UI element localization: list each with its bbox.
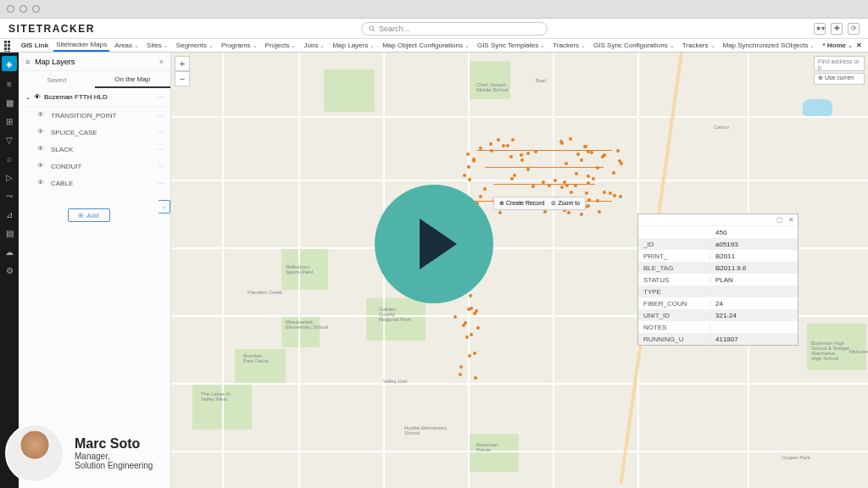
add-layer-button[interactable]: ⊕ Add: [68, 208, 110, 222]
layer-cable[interactable]: 👁CABLE⋯: [19, 175, 170, 191]
nav-home[interactable]: * Home⌄✕: [820, 39, 865, 52]
more-icon[interactable]: ⋯: [157, 112, 164, 119]
settings-icon[interactable]: ⚙: [3, 264, 15, 276]
nav-map-sync-sobjects[interactable]: Map Synchronized SObjects⌄: [721, 39, 818, 52]
map-label: Bozeman HighSchool & BridgerAlternativeH…: [811, 341, 849, 361]
nav-map-obj-config[interactable]: Map Object Configurations⌄: [380, 39, 472, 52]
list-icon[interactable]: ≡: [3, 78, 15, 90]
find-address-input[interactable]: Find address or p: [814, 56, 865, 71]
more-icon[interactable]: ⋯: [157, 146, 164, 153]
create-record-button[interactable]: ⊕ Create Record: [499, 200, 544, 207]
filter-icon[interactable]: ▽: [3, 134, 15, 146]
nav-sitetracker-maps[interactable]: Sitetracker Maps: [53, 39, 109, 52]
data-icon[interactable]: ▤: [3, 227, 15, 239]
info-row: NOTES: [638, 321, 798, 333]
app-launcher-icon[interactable]: [3, 41, 13, 51]
layer-splice-case[interactable]: 👁SPLICE_CASE⋯: [19, 124, 170, 141]
expand-icon[interactable]: ⌄: [25, 94, 31, 101]
panel-expand-icon[interactable]: ▢: [776, 216, 783, 224]
min-dot-icon[interactable]: [19, 5, 27, 13]
map-canvas[interactable]: // place fiber nodes cluster (function()…: [171, 53, 868, 488]
info-key: UNIT_ID: [638, 312, 710, 319]
layers-tool-icon[interactable]: ◈: [2, 56, 17, 71]
plus-icon[interactable]: ✚: [831, 23, 843, 35]
global-search-input[interactable]: Search...: [361, 22, 548, 36]
nav-gis-sync-config[interactable]: GIS Sync Configurations⌄: [591, 39, 677, 52]
info-row: 450: [638, 226, 798, 238]
more-icon[interactable]: ⋯: [157, 93, 164, 101]
info-value: PLAN: [710, 276, 733, 284]
info-row: PRINT_B2011: [638, 250, 798, 262]
window-titlebar: [0, 0, 868, 19]
nav-segments[interactable]: Segments⌄: [174, 39, 216, 52]
zoom-to-button[interactable]: ⊙ Zoom to: [551, 200, 580, 207]
map-label: Midtown: [849, 349, 868, 354]
nav-projects[interactable]: Projects⌄: [263, 39, 299, 52]
map-label: WalkaboutSports Field: [286, 264, 313, 274]
history-icon[interactable]: ⟳: [848, 23, 860, 35]
layer-conduit[interactable]: 👁CONDUIT⋯: [19, 158, 170, 175]
max-dot-icon[interactable]: [32, 5, 40, 13]
more-icon[interactable]: ⋯: [157, 129, 164, 136]
map-label: Hyalite ElementarySchool: [404, 425, 447, 435]
more-icon[interactable]: ⋯: [157, 180, 164, 187]
map-label: Catron: [714, 125, 729, 130]
info-value: B2011.9.6: [710, 264, 746, 272]
tab-on-map[interactable]: On the Map: [95, 71, 171, 88]
nav-gis-sync-templates[interactable]: GIS Sync Templates⌄: [475, 39, 548, 52]
zoom-out-button[interactable]: −: [175, 71, 190, 86]
layer-group[interactable]: ⌄ 👁 Bozeman FTTH HLD ⋯: [19, 88, 170, 107]
info-row: FIBER_COUN24: [638, 297, 798, 309]
info-key: BLE_TAG: [638, 264, 710, 272]
map-label: Cooper Park: [782, 455, 810, 460]
cloud-icon[interactable]: ☁: [3, 246, 15, 258]
table-icon[interactable]: ⊞: [3, 115, 15, 127]
panel-close-icon[interactable]: ✕: [788, 216, 794, 224]
info-key: TYPE: [638, 288, 710, 296]
panel-close-icon[interactable]: ×: [159, 58, 164, 66]
nav-areas[interactable]: Areas⌄: [112, 39, 142, 52]
layer-slack[interactable]: 👁SLACK⋯: [19, 141, 170, 158]
eye-icon[interactable]: 👁: [37, 111, 46, 119]
tag-icon[interactable]: ▷: [3, 171, 15, 183]
nav-map-layers[interactable]: Map Layers⌄: [330, 39, 377, 52]
grid-icon[interactable]: ▦: [3, 97, 15, 108]
zoom-in-button[interactable]: +: [175, 56, 190, 71]
play-icon: [420, 219, 457, 269]
use-current-button[interactable]: ⊕ Use curren: [814, 73, 865, 85]
info-value: 24: [710, 300, 723, 308]
map-label: Flanders Creek: [248, 290, 282, 295]
close-dot-icon[interactable]: [7, 5, 14, 13]
eye-icon[interactable]: 👁: [37, 179, 46, 187]
nav-bar: GIS Link Sitetracker Maps Areas⌄ Sites⌄ …: [0, 39, 868, 53]
nav-jobs[interactable]: Jobs⌄: [301, 39, 327, 52]
add-layer-dropdown[interactable]: ⌄: [159, 200, 170, 214]
nav-trackers-2[interactable]: Trackers⌄: [680, 39, 718, 52]
eye-icon[interactable]: 👁: [37, 145, 46, 153]
tab-saved[interactable]: Saved: [19, 71, 95, 88]
map-label: Boel: [536, 78, 546, 83]
map-label: Valley Unit: [383, 379, 407, 384]
eye-icon[interactable]: 👁: [37, 128, 46, 136]
presenter-name: Marc Soto: [75, 436, 153, 452]
eye-icon[interactable]: 👁: [34, 93, 41, 101]
star-icon[interactable]: ★▾: [814, 23, 826, 35]
info-row: RUNNING_U411807: [638, 333, 798, 345]
nav-sites[interactable]: Sites⌄: [144, 39, 171, 52]
more-icon[interactable]: ⋯: [157, 163, 164, 170]
search-tool-icon[interactable]: ⌕: [3, 152, 15, 164]
info-value: 450: [710, 229, 726, 236]
nav-trackers[interactable]: Trackers⌄: [550, 39, 588, 52]
video-play-button[interactable]: [375, 185, 493, 303]
app-header: SITETRACKER Search... ★▾ ✚ ⟳: [0, 19, 868, 39]
layer-transition-point[interactable]: 👁TRANSITION_POINT⋯: [19, 107, 170, 124]
nav-programs[interactable]: Programs⌄: [219, 39, 260, 52]
panel-menu-icon[interactable]: ≡: [25, 58, 30, 66]
presenter-title: Manager,: [75, 452, 153, 461]
route-icon[interactable]: ⤳: [3, 190, 15, 202]
info-key: NOTES: [638, 324, 710, 331]
eye-icon[interactable]: 👁: [37, 162, 46, 170]
info-key: FIBER_COUN: [638, 300, 710, 308]
info-value: a05193: [710, 241, 738, 248]
measure-icon[interactable]: ⊿: [3, 208, 15, 220]
